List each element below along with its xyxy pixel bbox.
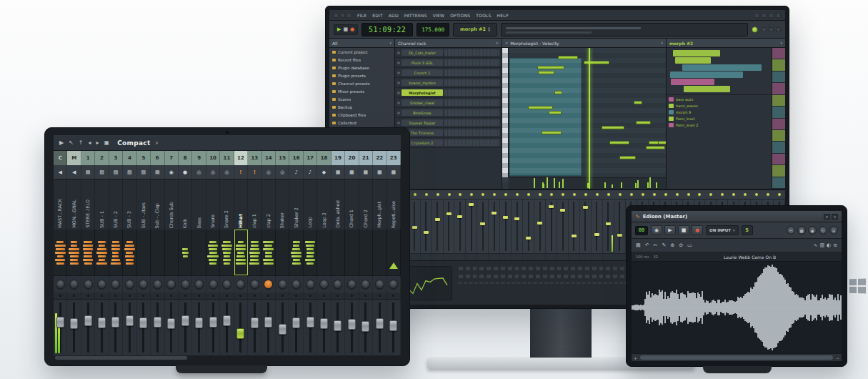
fader-handle[interactable] [435,218,440,221]
fader-handle[interactable] [617,234,622,237]
velocity-lane[interactable] [509,177,666,189]
waveform-display[interactable] [632,262,842,353]
fader-handle[interactable] [167,318,175,329]
scrollbar-thumb[interactable] [55,356,187,360]
record-mode-icon[interactable]: ◉ [651,225,662,235]
mixer-strip[interactable] [557,200,569,253]
up-arrow-icon[interactable]: ↑ [79,140,84,146]
mute-led[interactable] [184,295,186,297]
step-led[interactable] [472,266,478,271]
play-icon[interactable]: ▶ [59,140,64,146]
track-header[interactable]: 21 [359,151,373,165]
mute-led[interactable] [59,295,61,297]
pan-knob[interactable] [264,280,273,289]
stop-button[interactable]: ■ [343,27,348,32]
step-led[interactable] [528,266,534,271]
fader-handle[interactable] [264,317,272,328]
playlist-clip[interactable] [670,72,742,78]
fader-handle[interactable] [334,320,341,331]
pan-knob[interactable] [97,280,106,289]
mute-led[interactable] [364,295,366,297]
fader-handle[interactable] [348,319,356,330]
playlist-header[interactable]: morph #2 ▾ [667,39,785,48]
step-led[interactable] [507,274,513,279]
fader-handle[interactable] [84,315,92,326]
menu-item-help[interactable]: HELP [497,13,509,18]
menu-icon[interactable]: ≡ [505,41,508,45]
track-header[interactable]: 11 [220,151,234,165]
mixer-strip[interactable] [466,200,477,253]
mixer-strip[interactable] [614,200,626,253]
menu-item-file[interactable]: FILE [357,13,366,18]
select-icon[interactable]: ▭ [687,243,692,248]
piano-keys[interactable] [502,48,509,177]
fader-handle[interactable] [480,222,485,225]
track-name[interactable]: Snare [206,179,220,230]
fader-handle[interactable] [560,209,565,212]
mute-led[interactable] [170,295,172,297]
forward-icon[interactable]: ▸ [96,140,99,146]
mixer-strip[interactable] [477,200,489,253]
mute-led[interactable] [114,295,116,297]
step-led[interactable] [493,274,499,279]
pattern-selector[interactable]: morph #2 ▲▼ [453,23,497,36]
fader-handle[interactable] [376,318,384,329]
track-header[interactable]: 14 [262,151,276,165]
step-led[interactable] [500,274,506,279]
step-grid[interactable] [444,69,499,76]
pan-knob[interactable] [278,280,287,289]
pan-knob[interactable] [111,280,120,289]
track-header[interactable]: 17 [304,151,317,165]
fader-handle[interactable] [583,206,588,209]
play-button[interactable]: ▶ [664,225,676,235]
track-name[interactable]: Chord 2 [359,179,373,230]
step-grid[interactable] [444,119,499,126]
record-button[interactable]: ● [692,225,703,235]
transport-icons[interactable] [762,27,781,32]
step-grid[interactable] [444,89,499,96]
scissors-icon[interactable]: ✂ [654,243,658,248]
track-name[interactable]: Loop [304,179,317,230]
fader-handle[interactable] [56,317,64,328]
track-name[interactable]: Repeti..ulse [387,179,401,230]
track-name[interactable]: Sub -..Clap [151,179,164,230]
fader-handle[interactable] [181,315,189,326]
mute-led[interactable] [73,295,75,297]
fader-handle[interactable] [251,318,259,328]
step-led[interactable] [521,274,527,279]
mute-led[interactable] [295,295,297,297]
track-header[interactable]: 12 [234,151,248,165]
step-led[interactable] [514,274,520,279]
step-led[interactable] [465,266,471,271]
mute-led[interactable] [309,295,311,297]
track-header[interactable]: M [67,151,81,165]
mute-led[interactable] [323,295,325,297]
step-led[interactable] [549,274,555,279]
step-led[interactable] [486,274,492,279]
track-name[interactable]: clap 2 [262,179,276,230]
track-header[interactable]: 20 [345,151,359,165]
fader-handle[interactable] [526,237,531,240]
mute-led[interactable] [198,295,200,297]
step-led[interactable] [577,266,583,271]
mixer-strip[interactable] [432,200,444,253]
menu-icon[interactable]: ≡ [833,243,837,248]
track-header[interactable]: 1 [81,151,95,165]
track-header[interactable]: 15 [276,151,289,165]
browser-item[interactable]: Clipboard files [329,111,394,119]
step-led[interactable] [577,274,583,279]
playlist-track-label[interactable]: morph 9 [669,110,769,114]
pan-knob[interactable] [209,280,218,289]
browser-item[interactable]: Recent files [329,56,394,64]
step-grid[interactable] [444,59,499,66]
track-header[interactable]: 7 [165,151,179,165]
pan-knob[interactable] [250,280,259,289]
step-led[interactable] [599,274,604,279]
chevron-right-icon[interactable]: › [156,139,159,147]
pencil-icon[interactable]: ✎ [662,243,666,248]
channel-led[interactable] [397,122,400,124]
track-header[interactable]: 4 [123,151,136,165]
fader-handle[interactable] [424,231,429,234]
mixer-strip[interactable] [409,200,421,253]
browser-header[interactable]: All ▾ [329,39,394,48]
